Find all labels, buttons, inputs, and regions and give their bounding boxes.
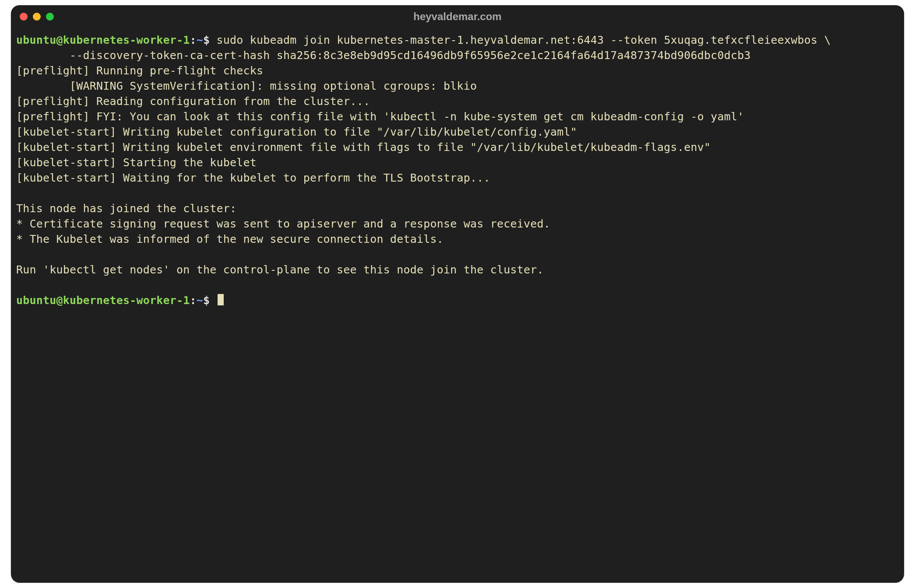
output-line: [kubelet-start] Writing kubelet environm… (16, 141, 711, 154)
output-line: [preflight] Reading configuration from t… (16, 95, 370, 108)
prompt-sigil: $ (203, 34, 210, 46)
command-line-2: --discovery-token-ca-cert-hash sha256:8c… (16, 49, 751, 62)
output-line: * The Kubelet was informed of the new se… (16, 233, 443, 245)
output-line: [preflight] Running pre-flight checks (16, 64, 263, 77)
titlebar: heyvaldemar.com (11, 5, 904, 28)
output-line: [preflight] FYI: You can look at this co… (16, 110, 744, 123)
prompt-user-host: ubuntu@kubernetes-worker-1 (16, 34, 190, 46)
traffic-lights (20, 13, 54, 21)
output-line: Run 'kubectl get nodes' on the control-p… (16, 263, 544, 276)
prompt-sigil: $ (203, 294, 210, 307)
prompt-user-host: ubuntu@kubernetes-worker-1 (16, 294, 190, 307)
stage: heyvaldemar.com ubuntu@kubernetes-worker… (0, 0, 915, 588)
output-line: [kubelet-start] Waiting for the kubelet … (16, 172, 490, 184)
minimize-icon[interactable] (33, 13, 41, 21)
terminal-screen[interactable]: ubuntu@kubernetes-worker-1:~$ sudo kubea… (11, 28, 904, 583)
output-line: [kubelet-start] Writing kubelet configur… (16, 126, 577, 138)
command-line-1: sudo kubeadm join kubernetes-master-1.he… (217, 34, 831, 46)
cursor-icon (218, 294, 224, 305)
output-line: [WARNING SystemVerification]: missing op… (16, 80, 477, 92)
prompt-path: ~ (197, 294, 203, 307)
terminal-window: heyvaldemar.com ubuntu@kubernetes-worker… (11, 5, 904, 583)
close-icon[interactable] (20, 13, 28, 21)
output-line: [kubelet-start] Starting the kubelet (16, 156, 257, 169)
output-line: * Certificate signing request was sent t… (16, 217, 550, 230)
prompt-path: ~ (197, 34, 203, 46)
prompt-sep: : (190, 34, 197, 46)
output-line: This node has joined the cluster: (16, 202, 236, 215)
zoom-icon[interactable] (46, 13, 54, 21)
window-title: heyvaldemar.com (11, 10, 904, 23)
prompt-sep: : (190, 294, 197, 307)
